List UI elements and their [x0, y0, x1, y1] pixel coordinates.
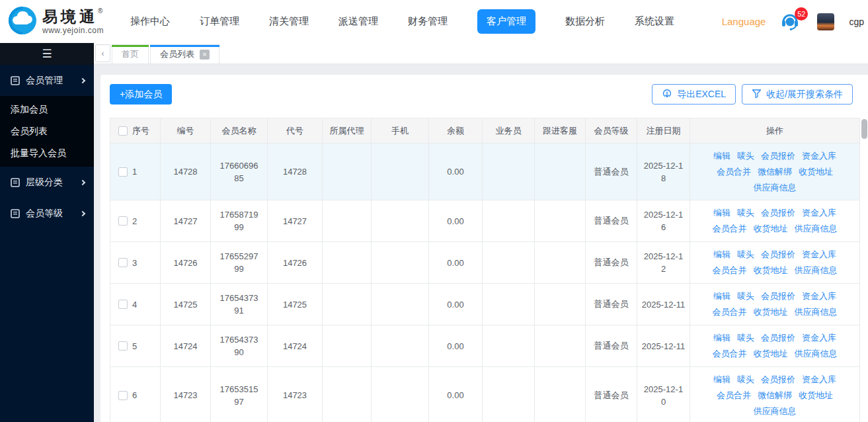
sidebar-collapse-button[interactable]: ☰ [0, 43, 94, 65]
cell-agent [323, 200, 372, 242]
chevron-right-icon [80, 77, 85, 83]
table-row: 3 14726 1765529799 14726 0.00 普通会员 2025-… [110, 242, 860, 284]
op-link[interactable]: 资金入库 [802, 374, 836, 384]
cell-salesman [483, 367, 535, 422]
op-link[interactable]: 资金入库 [802, 333, 836, 343]
op-link[interactable]: 唛头 [737, 291, 754, 301]
op-link[interactable]: 编辑 [713, 208, 730, 218]
nav-item[interactable]: 系统设置 [635, 15, 674, 28]
vertical-scrollbar[interactable] [861, 119, 867, 139]
nav-item[interactable]: 数据分析 [565, 15, 605, 28]
cell-balance: 0.00 [429, 367, 483, 422]
row-checkbox[interactable] [118, 341, 128, 351]
op-link[interactable]: 资金入库 [802, 208, 836, 218]
op-link[interactable]: 资金入库 [802, 249, 836, 259]
sidebar-subitem[interactable]: 批量导入会员 [0, 142, 94, 164]
op-link[interactable]: 会员合并 [713, 349, 747, 359]
cell-phone [372, 367, 429, 422]
sidebar-subitem[interactable]: 会员列表 [0, 120, 94, 142]
toggle-search-button[interactable]: 收起/展开搜索条件 [742, 84, 853, 105]
nav-item[interactable]: 清关管理 [269, 15, 309, 28]
op-link[interactable]: 会员合并 [713, 224, 747, 233]
cell-register-date: 2025-12-10 [637, 367, 690, 422]
select-all-checkbox[interactable] [118, 126, 128, 136]
tab[interactable]: 会员列表× [150, 44, 219, 63]
tab-close-icon[interactable]: × [200, 50, 210, 60]
nav-item[interactable]: 财务管理 [408, 15, 448, 28]
cell-phone [372, 144, 429, 200]
op-link[interactable]: 唛头 [737, 333, 754, 343]
op-link[interactable]: 会员合并 [717, 167, 751, 177]
add-member-button[interactable]: +添加会员 [110, 84, 172, 105]
op-link[interactable]: 会员合并 [713, 307, 747, 317]
op-link[interactable]: 唛头 [737, 374, 754, 384]
op-link[interactable]: 会员合并 [713, 265, 747, 275]
op-link[interactable]: 供应商信息 [795, 265, 838, 275]
table-row: 6 14723 1765351597 14723 0.00 普通会员 2025-… [110, 367, 860, 422]
op-link[interactable]: 唛头 [737, 249, 754, 259]
op-link[interactable]: 会员报价 [761, 151, 795, 161]
language-link[interactable]: Language [722, 16, 766, 27]
op-link[interactable]: 供应商信息 [754, 183, 797, 192]
nav-item[interactable]: 派送管理 [338, 15, 378, 28]
op-link[interactable]: 会员报价 [761, 374, 795, 384]
tab-list: 首页会员列表× [110, 43, 219, 63]
sidebar-group[interactable]: 会员管理 [0, 65, 94, 96]
op-link[interactable]: 唛头 [737, 208, 754, 218]
op-link[interactable]: 编辑 [713, 333, 730, 343]
tab[interactable]: 首页 [112, 44, 149, 63]
table-row: 1 14728 1766069685 14728 0.00 普通会员 2025-… [110, 144, 860, 200]
row-checkbox[interactable] [118, 391, 128, 400]
op-link[interactable]: 收货地址 [799, 390, 833, 400]
op-link[interactable]: 会员报价 [761, 333, 795, 343]
table-row: 5 14724 1765437390 14724 0.00 普通会员 2025-… [110, 325, 860, 367]
cell-phone [372, 242, 429, 284]
op-link[interactable]: 收货地址 [754, 307, 788, 317]
nav-item[interactable]: 客户管理 [477, 9, 535, 34]
filter-icon [752, 89, 762, 101]
op-link[interactable]: 供应商信息 [795, 307, 838, 317]
op-link[interactable]: 编辑 [713, 291, 730, 301]
row-checkbox[interactable] [118, 167, 128, 177]
op-link[interactable]: 会员报价 [761, 249, 795, 259]
sidebar-subitem[interactable]: 添加会员 [0, 99, 94, 120]
column-header: 会员名称 [211, 118, 268, 144]
member-table: 序号编号会员名称代号所属代理手机余额业务员跟进客服会员等级注册日期操作 1 14… [110, 118, 859, 422]
cell-level: 普通会员 [586, 242, 637, 284]
avatar[interactable] [817, 13, 834, 30]
cell-alias: 14725 [268, 284, 323, 325]
customer-service-button[interactable]: 52 [780, 11, 803, 32]
main: ‹ 首页会员列表× +添加会员 [94, 43, 868, 422]
sidebar-group[interactable]: 会员等级 [0, 198, 94, 229]
op-link[interactable]: 供应商信息 [795, 224, 838, 233]
tabbar-collapse-button[interactable]: ‹ [95, 44, 110, 62]
cell-level: 普通会员 [586, 284, 637, 325]
op-link[interactable]: 编辑 [713, 374, 730, 384]
chevron-right-icon [80, 179, 85, 185]
cell-operations: 编辑唛头会员报价资金入库会员合并微信解绑收货地址供应商信息 [690, 144, 860, 200]
op-link[interactable]: 编辑 [713, 249, 730, 259]
op-link[interactable]: 会员报价 [761, 291, 795, 301]
op-link[interactable]: 会员报价 [761, 208, 795, 218]
op-link[interactable]: 编辑 [713, 151, 730, 161]
op-link[interactable]: 收货地址 [754, 349, 788, 359]
row-checkbox[interactable] [118, 258, 128, 267]
nav-item[interactable]: 操作中心 [130, 15, 170, 28]
row-checkbox[interactable] [118, 216, 128, 226]
op-link[interactable]: 唛头 [737, 151, 754, 161]
sidebar-group[interactable]: 层级分类 [0, 167, 94, 198]
column-header: 余额 [429, 118, 483, 144]
op-link[interactable]: 会员合并 [717, 390, 751, 400]
op-link[interactable]: 收货地址 [754, 224, 788, 233]
op-link[interactable]: 供应商信息 [795, 349, 838, 359]
nav-item[interactable]: 订单管理 [200, 15, 239, 28]
op-link[interactable]: 供应商信息 [754, 406, 797, 416]
op-link[interactable]: 收货地址 [799, 167, 833, 177]
op-link[interactable]: 微信解绑 [758, 167, 792, 177]
op-link[interactable]: 资金入库 [802, 291, 836, 301]
op-link[interactable]: 收货地址 [754, 265, 788, 275]
op-link[interactable]: 资金入库 [802, 151, 836, 161]
export-excel-button[interactable]: 导出EXCEL [652, 84, 736, 105]
op-link[interactable]: 微信解绑 [758, 390, 792, 400]
row-checkbox[interactable] [118, 300, 128, 309]
